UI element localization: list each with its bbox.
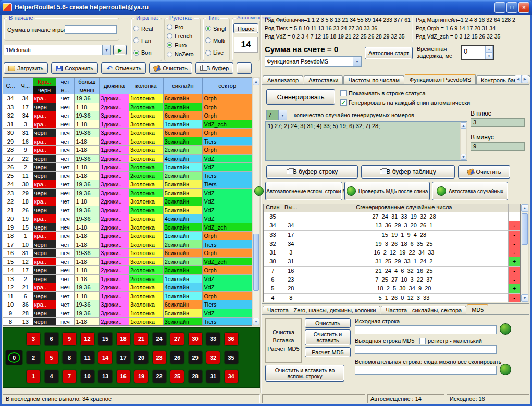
gen-row[interactable]: 31316 2 12 19 22 34 33- [264, 248, 520, 257]
radio-real[interactable]: Real [133, 25, 160, 32]
gen-row[interactable]: 485 1 26 0 12 3 33- [264, 294, 520, 302]
spin-row[interactable]: 2019кра..неч19-362дюжи..1колонка4сиклайн… [3, 214, 252, 223]
lowercase-checkbox[interactable]: регистр - маленький [419, 338, 482, 344]
chevron-down-icon[interactable]: ▼ [353, 57, 361, 66]
tab-0[interactable]: Частота - Zero, шансы, дюжины, колонки [263, 306, 380, 314]
maximize-button[interactable]: □ [506, 2, 517, 13]
check-md5-button[interactable]: Проверить МД5 после спина [344, 182, 430, 200]
roulette-number-1[interactable]: 1 [26, 370, 41, 383]
clear-output-button[interactable]: Очистить [458, 165, 510, 179]
roulette-number-8[interactable]: 8 [62, 351, 77, 364]
autofill-md5-button[interactable]: Автозаполнение вспом. строки МД5 [265, 182, 342, 200]
roulette-number-34[interactable]: 34 [224, 370, 239, 383]
roulette-number-31[interactable]: 31 [206, 370, 220, 383]
spin-row[interactable]: 262чернчет1-181дюжи..2колонка1сиклайнVdZ [3, 163, 252, 172]
spin-row[interactable]: 3031черннеч19-363дюжи..1колонка6сиклайнO… [3, 129, 252, 137]
roulette-number-16[interactable]: 16 [116, 370, 131, 383]
spin-row[interactable]: 181кра..неч1-181дюжи..1колонка1сиклайнOr… [3, 232, 252, 240]
paste-aux-button[interactable] [500, 364, 511, 375]
roulette-number-33[interactable]: 33 [206, 332, 220, 346]
gen-row[interactable]: 343413 36 29 3 20 26 1- [264, 221, 520, 230]
tabs-left-button[interactable]: ◀ [515, 75, 522, 83]
spin-row[interactable]: 1631черннеч19-363дюжи..1колонка6сиклайнO… [3, 249, 252, 258]
buffer-line-button[interactable]: В буфер строку [266, 165, 358, 179]
scroll-down-button[interactable]: ▼ [521, 294, 528, 302]
play-button[interactable]: ▶ [113, 45, 127, 55]
load-button[interactable]: Загрузить [4, 62, 48, 74]
md5-output-input[interactable] [355, 345, 497, 354]
roulette-number-30[interactable]: 30 [188, 332, 203, 346]
tab-2[interactable]: MD5 [467, 304, 488, 314]
roulette-number-15[interactable]: 15 [98, 332, 113, 346]
spin-row[interactable]: 3234кра..чет19-363дюжи..1колонка6сиклайн… [3, 111, 252, 120]
spin-row[interactable]: 813черннеч1-182дюжи..1колонка3сиклайнTie… [3, 318, 252, 326]
spin-row[interactable]: 132чернчет1-181дюжи..2колонка1сиклайнVdZ [3, 275, 252, 284]
roulette-number-7[interactable]: 7 [62, 370, 77, 383]
roulette-number-2[interactable]: 2 [26, 351, 41, 364]
roulette-number-19[interactable]: 19 [134, 370, 149, 383]
collapse-button[interactable]: — [237, 62, 252, 74]
roulette-number-32[interactable]: 32 [206, 351, 220, 364]
radio-euro[interactable]: Euro [167, 42, 199, 49]
clear-button[interactable]: Очистить [149, 62, 192, 74]
spin-row[interactable]: 116чернчет1-181дюжи..3колонка1сиклайнOrp… [3, 292, 252, 301]
roulette-number-25[interactable]: 25 [170, 370, 184, 383]
roulette-number-14[interactable]: 14 [98, 351, 113, 364]
radio-singl[interactable]: Singl [205, 25, 228, 32]
md5-clear-paste-aux-button[interactable]: Очистить и вставить во вспом. строку [265, 365, 344, 382]
generate-button[interactable]: Сгенерировать [266, 89, 335, 105]
delay-up-button[interactable]: ▲ [485, 46, 493, 53]
new-button[interactable]: Новое [233, 23, 258, 33]
chevron-down-icon[interactable]: ▼ [102, 45, 110, 55]
undo-button[interactable]: ↶Отменить [101, 62, 146, 74]
gen-row[interactable]: 303131 25 29 33 1 24 2+ [264, 257, 520, 266]
roulette-number-29[interactable]: 29 [188, 351, 203, 364]
delay-down-button[interactable]: ▼ [485, 53, 493, 59]
scroll-up-button[interactable]: ▲ [521, 204, 528, 212]
spin-row[interactable]: 2722чернчет19-362дюжи..1колонка4сиклайнV… [3, 155, 252, 163]
spin-row[interactable]: 2511черннеч1-181дюжи..2колонка2сиклайнTi… [3, 172, 252, 181]
show-status-checkbox[interactable]: Показывать в строке статуса [340, 90, 426, 96]
source-string-input[interactable] [355, 325, 497, 334]
roulette-number-22[interactable]: 22 [152, 370, 167, 383]
spin-row[interactable]: 1036кра..чет19-363дюжи..3колонка6сиклайн… [3, 300, 252, 309]
roulette-number-5[interactable]: 5 [44, 351, 59, 364]
tab-2[interactable]: Частоты по числам [343, 75, 404, 84]
tab-3[interactable]: Функционал PsevdoMS [405, 74, 476, 84]
start-sum-input[interactable] [65, 25, 117, 34]
roulette-number-21[interactable]: 21 [134, 332, 149, 346]
function-combo[interactable]: Функционал PsevdoMS ▼ [265, 56, 362, 67]
radio-pro[interactable]: Pro [167, 23, 199, 31]
spin-row[interactable]: 2218кра..чет1-182дюжи..3колонка3сиклайнV… [3, 197, 252, 206]
output-scrollbar[interactable]: ▲ ▼ [460, 122, 467, 160]
scroll-up-button[interactable]: ▲ [461, 122, 466, 129]
spin-row[interactable]: 2126чернчет19-363дюжи..2колонка5сиклайнV… [3, 206, 252, 215]
roulette-number-0[interactable]: 0 [5, 350, 23, 365]
aux-string-input[interactable] [355, 366, 497, 375]
spin-row[interactable]: 1710чернчет1-181дюжи..1колонка2сиклайнTi… [3, 240, 252, 249]
preset-combo[interactable]: 1Melonati ▼ [4, 45, 111, 55]
tabs-right-button[interactable]: ▶ [522, 75, 528, 83]
spin-row[interactable]: 3434кра..чет19-363дюжи..1колонка6сиклайн… [3, 94, 252, 103]
spin-row[interactable]: 2430кра..чет19-363дюжи..3колонка5сиклайн… [3, 180, 252, 189]
spin-row[interactable]: 1915черннеч1-182дюжи..3колонка3сиклайнVd… [3, 223, 252, 232]
scroll-thumb[interactable] [522, 213, 528, 245]
spin-row[interactable]: 289кра..неч1-181дюжи..3колонка2сиклайнOr… [3, 146, 252, 155]
roulette-number-4[interactable]: 4 [44, 370, 59, 383]
gen-row[interactable]: 52818 2 5 30 34 9 20+ [264, 284, 520, 293]
table-scrollbar[interactable]: ▲ ▼ [252, 77, 260, 326]
radio-bon[interactable]: Bon [133, 49, 160, 56]
gen-table-scrollbar[interactable]: ▲ ▼ [521, 204, 529, 302]
minimize-button[interactable]: _ [494, 2, 505, 13]
md5-calc-button[interactable]: Расчет MD5 [305, 347, 351, 357]
tab-1[interactable]: Частота - сиклайны, сектора [381, 306, 466, 314]
roulette-number-17[interactable]: 17 [116, 351, 131, 364]
roulette-number-35[interactable]: 35 [224, 351, 239, 364]
scroll-up-button[interactable]: ▲ [253, 78, 259, 85]
radio-live[interactable]: Live [205, 49, 228, 56]
roulette-number-36[interactable]: 36 [224, 332, 239, 346]
scroll-down-button[interactable]: ▼ [253, 318, 259, 325]
paste-source-button[interactable] [500, 323, 511, 335]
spin-row[interactable]: 1512кра..чет1-181дюжи..3колонка2сиклайнV… [3, 258, 252, 267]
radio-nozero[interactable]: NoZero [167, 50, 199, 58]
